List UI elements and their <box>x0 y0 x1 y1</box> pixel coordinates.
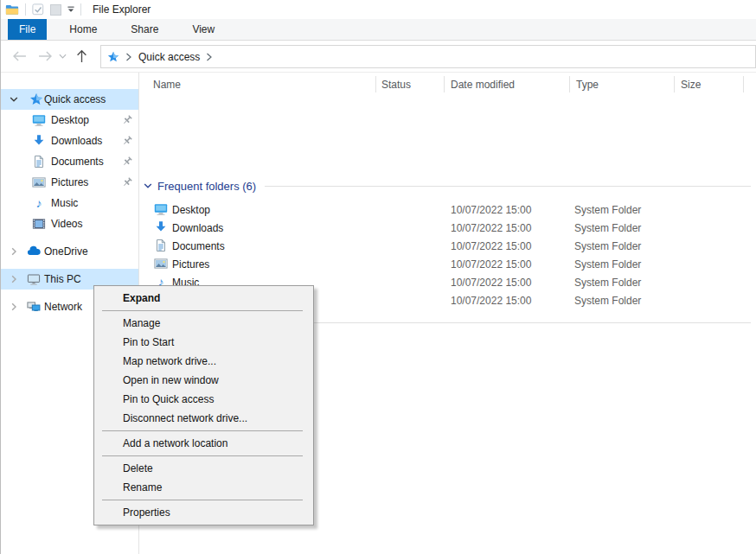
menu-item-delete[interactable]: Delete <box>94 459 313 478</box>
sidebar-item-label: Videos <box>51 218 82 230</box>
menu-separator <box>102 455 303 456</box>
sidebar-item-label: Music <box>51 197 78 209</box>
sidebar-item-onedrive[interactable]: OneDrive <box>1 241 138 262</box>
group-header-line <box>241 322 751 323</box>
column-header-type[interactable]: Type <box>576 79 599 91</box>
column-separator[interactable] <box>569 76 570 92</box>
sidebar-item-label: Pictures <box>51 176 88 188</box>
menu-item-pin-to-quick-access[interactable]: Pin to Quick access <box>94 390 313 409</box>
column-header-date-modified[interactable]: Date modified <box>451 79 515 91</box>
sidebar-item-downloads[interactable]: Downloads <box>1 131 138 151</box>
pin-icon <box>121 114 133 126</box>
file-type: System Folder <box>574 222 641 234</box>
sidebar-item-label: Documents <box>51 156 104 168</box>
sidebar-item-music[interactable]: ♪ Music <box>1 193 138 213</box>
pin-icon <box>121 176 133 188</box>
sidebar-item-documents[interactable]: Documents <box>1 151 138 172</box>
file-row-pictures[interactable]: Pictures 10/07/2022 15:00 System Folder <box>140 255 756 273</box>
quick-access-star-icon <box>29 92 43 106</box>
chevron-right-icon[interactable] <box>10 247 18 256</box>
pictures-icon <box>154 257 168 271</box>
tab-file[interactable]: File <box>8 19 47 40</box>
group-header-frequent-folders[interactable]: Frequent folders (6) <box>144 179 751 193</box>
titlebar: File Explorer <box>1 0 756 19</box>
breadcrumb-segment-quick-access[interactable]: Quick access <box>138 51 200 63</box>
file-date-modified: 10/07/2022 15:00 <box>451 240 531 252</box>
column-header-name[interactable]: Name <box>153 79 181 91</box>
tab-view[interactable]: View <box>181 19 226 40</box>
sidebar-item-videos[interactable]: Videos <box>1 213 138 234</box>
column-separator[interactable] <box>375 76 376 92</box>
column-separator[interactable] <box>444 76 445 92</box>
tab-home[interactable]: Home <box>58 19 108 40</box>
column-separator[interactable] <box>674 76 675 92</box>
menu-item-pin-to-start[interactable]: Pin to Start <box>94 333 313 352</box>
file-name: Pictures <box>172 258 209 271</box>
desktop-icon <box>32 113 46 127</box>
pin-icon <box>121 156 133 168</box>
titlebar-separator <box>25 3 26 16</box>
file-type: System Folder <box>574 258 641 271</box>
sidebar-item-quick-access[interactable]: Quick access <box>1 89 138 110</box>
file-row-desktop[interactable]: Desktop 10/07/2022 15:00 System Folder <box>140 201 756 219</box>
documents-icon <box>32 155 46 169</box>
sidebar-item-label: Quick access <box>44 93 106 105</box>
breadcrumb-chevron-icon[interactable] <box>206 53 213 61</box>
menu-separator <box>102 310 303 311</box>
back-arrow-icon[interactable] <box>12 51 27 62</box>
menu-item-open-in-new-window[interactable]: Open in new window <box>94 371 313 390</box>
documents-icon <box>154 239 168 252</box>
pictures-icon <box>32 175 46 189</box>
chevron-down-icon[interactable] <box>144 181 152 190</box>
file-date-modified: 10/07/2022 15:00 <box>451 222 531 234</box>
context-menu: Expand Manage Pin to Start Map network d… <box>93 285 314 525</box>
chevron-down-icon[interactable] <box>10 95 18 104</box>
menu-item-add-network-location[interactable]: Add a network location <box>94 434 313 453</box>
file-date-modified: 10/07/2022 15:00 <box>451 258 531 271</box>
file-name: Desktop <box>172 204 210 216</box>
quick-access-star-icon <box>107 51 119 63</box>
qat-properties-icon[interactable] <box>32 3 44 16</box>
chevron-right-icon[interactable] <box>10 302 18 311</box>
address-bar[interactable]: Quick access <box>100 45 756 68</box>
forward-arrow-icon[interactable] <box>38 51 53 62</box>
column-header-status[interactable]: Status <box>381 79 411 91</box>
sidebar-item-label: This PC <box>44 273 81 285</box>
column-header-row: Name Status Date modified Type Size <box>140 73 756 97</box>
file-row-documents[interactable]: Documents 10/07/2022 15:00 System Folder <box>140 237 756 255</box>
sidebar-item-label: OneDrive <box>44 245 88 258</box>
explorer-folder-icon <box>5 3 19 16</box>
recent-locations-caret-icon[interactable] <box>59 54 67 59</box>
file-date-modified: 10/07/2022 15:00 <box>451 277 531 289</box>
chevron-right-icon[interactable] <box>10 275 18 283</box>
sidebar-item-pictures[interactable]: Pictures <box>1 172 138 193</box>
file-row-downloads[interactable]: Downloads 10/07/2022 15:00 System Folder <box>140 219 756 237</box>
qat-new-folder-icon[interactable] <box>50 4 61 16</box>
downloads-icon <box>154 220 168 234</box>
titlebar-separator <box>80 3 81 16</box>
breadcrumb-chevron-icon[interactable] <box>125 53 132 61</box>
column-separator[interactable] <box>743 76 744 92</box>
tab-share[interactable]: Share <box>119 19 170 40</box>
menu-item-expand[interactable]: Expand <box>94 289 313 308</box>
menu-item-rename[interactable]: Rename <box>94 478 313 497</box>
menu-item-properties[interactable]: Properties <box>94 503 313 522</box>
menu-item-disconnect-network-drive[interactable]: Disconnect network drive... <box>94 409 313 428</box>
navigation-bar: Quick access <box>1 41 756 73</box>
file-type: System Folder <box>574 240 641 252</box>
up-arrow-icon[interactable] <box>76 49 87 63</box>
sidebar-item-label: Network <box>44 301 82 313</box>
sidebar-item-desktop[interactable]: Desktop <box>1 110 138 131</box>
menu-separator <box>102 500 303 500</box>
videos-icon <box>32 217 46 231</box>
qat-customize-caret-icon[interactable] <box>67 6 74 13</box>
group-header-label: Frequent folders (6) <box>157 180 256 193</box>
pin-icon <box>121 135 133 147</box>
menu-item-manage[interactable]: Manage <box>94 314 313 333</box>
menu-item-map-network-drive[interactable]: Map network drive... <box>94 352 313 371</box>
column-header-size[interactable]: Size <box>681 79 701 91</box>
sidebar-group-gap <box>1 234 138 241</box>
network-computers-icon <box>27 300 41 314</box>
menu-separator <box>102 430 303 431</box>
downloads-icon <box>32 134 46 148</box>
